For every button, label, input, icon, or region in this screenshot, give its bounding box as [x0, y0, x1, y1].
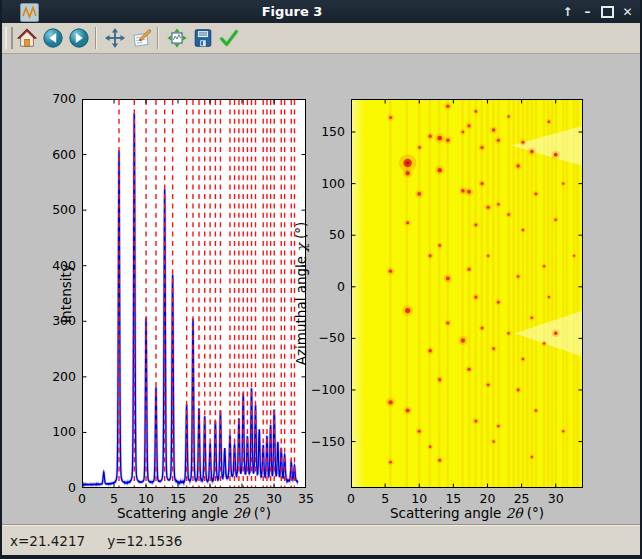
floppy-disk-icon: [192, 27, 214, 49]
pan-button[interactable]: [103, 25, 127, 51]
window-controls: ↑ – ✕: [559, 0, 636, 23]
forward-button[interactable]: [67, 25, 91, 51]
save-button[interactable]: [191, 25, 215, 51]
tick-label: 25: [224, 491, 260, 506]
tick-label: 10: [128, 491, 164, 506]
forward-icon: [68, 27, 90, 49]
subplots-arrows-icon: [166, 27, 188, 49]
back-icon: [42, 27, 64, 49]
tick-label: 15: [160, 491, 196, 506]
tick-label: 20: [192, 491, 228, 506]
green-check-icon: [218, 27, 240, 49]
toolbar-separator: [95, 27, 97, 49]
configure-subplots-button[interactable]: [165, 25, 189, 51]
tick-label: 25: [504, 491, 540, 506]
tick-label: −150: [303, 434, 345, 449]
tick-label: −100: [303, 382, 345, 397]
cursor-y-readout: y=12.1536: [107, 533, 182, 549]
cursor-x-readout: x=21.4217: [10, 533, 85, 549]
window-border-bottom[interactable]: [0, 555, 642, 559]
tick-label: 700: [36, 91, 76, 106]
toolbar-grip[interactable]: [5, 27, 13, 49]
tick-label: 20: [469, 491, 505, 506]
figure-window: Figure 3 ↑ – ✕: [0, 0, 642, 559]
maximize-button[interactable]: [599, 3, 616, 20]
tick-label: 30: [256, 491, 292, 506]
plot1-ylabel: Intensity: [58, 224, 75, 364]
back-button[interactable]: [41, 25, 65, 51]
tick-label: 600: [36, 147, 76, 162]
titlebar[interactable]: Figure 3 ↑ – ✕: [0, 0, 642, 23]
window-title: Figure 3: [0, 0, 584, 23]
plot2-xlabel: Scattering angle 2θ (°): [351, 505, 583, 521]
window-border-left: [0, 0, 2, 559]
tick-label: 150: [303, 124, 345, 139]
figure-canvas: 1D integration 2D regrouping Intensity A…: [2, 54, 640, 526]
tick-label: 35: [288, 491, 324, 506]
1d-integration-plot[interactable]: [82, 99, 306, 488]
2d-regrouping-plot[interactable]: [351, 99, 583, 488]
tick-label: 15: [435, 491, 471, 506]
statusbar: x=21.4217 y=12.1536: [2, 525, 640, 555]
shade-button[interactable]: ↑: [559, 3, 576, 20]
matplotlib-toolbar: [2, 23, 640, 54]
minimize-button[interactable]: –: [579, 3, 596, 20]
tick-label: 200: [36, 369, 76, 384]
home-icon: [16, 27, 38, 49]
tick-label: 0: [36, 480, 76, 495]
tick-label: 500: [36, 202, 76, 217]
apply-button[interactable]: [217, 25, 241, 51]
home-button[interactable]: [15, 25, 39, 51]
plot2-ylabel: Azimuthal angle χ (°): [293, 214, 310, 374]
tick-label: 100: [303, 176, 345, 191]
tick-label: 0: [333, 491, 369, 506]
tick-label: 10: [401, 491, 437, 506]
toolbar-separator: [157, 27, 159, 49]
close-button[interactable]: ✕: [619, 3, 636, 20]
plot1-xlabel: Scattering angle 2θ (°): [82, 505, 306, 521]
pan-arrows-icon: [104, 27, 126, 49]
tick-label: 100: [36, 424, 76, 439]
zoom-to-rect-button[interactable]: [129, 25, 153, 51]
tick-label: 5: [96, 491, 132, 506]
tick-label: 30: [538, 491, 574, 506]
tick-label: 5: [367, 491, 403, 506]
notepad-pencil-icon: [130, 27, 152, 49]
